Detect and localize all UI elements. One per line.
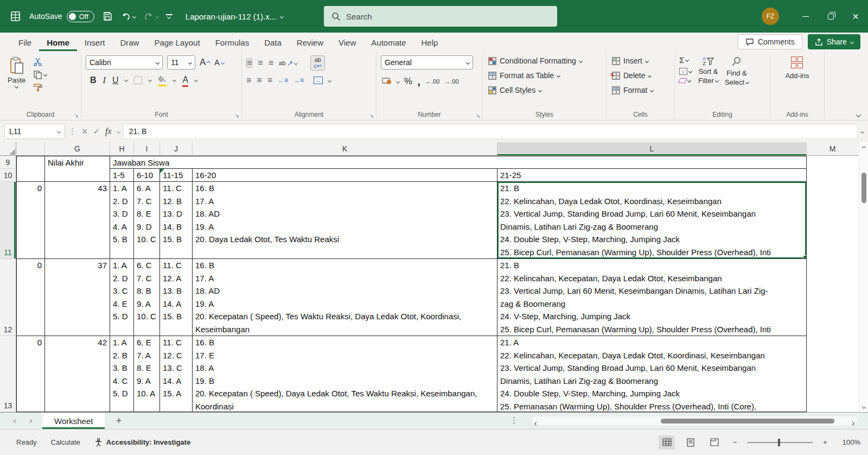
borders-button[interactable]: [134, 76, 142, 84]
zoom-out-button[interactable]: −: [730, 435, 740, 450]
alignment-dialog-launcher[interactable]: ↘: [369, 112, 374, 118]
tab-data[interactable]: Data: [257, 34, 289, 51]
column-header-h[interactable]: H: [110, 142, 134, 156]
find-select-button[interactable]: Find & Select: [722, 55, 752, 109]
new-sheet-button[interactable]: +: [105, 413, 132, 429]
column-header-j[interactable]: J: [160, 142, 193, 156]
fill-button[interactable]: ↓: [679, 68, 692, 75]
restore-button[interactable]: [818, 0, 843, 33]
autosum-button[interactable]: Σ: [679, 55, 692, 65]
cell-g12[interactable]: 37: [45, 259, 110, 336]
addins-button[interactable]: Add-ins: [782, 55, 812, 109]
cell-l10[interactable]: 21-25: [497, 169, 807, 182]
cell-k10[interactable]: 16-20: [193, 169, 497, 182]
cut-button[interactable]: [33, 58, 47, 66]
delete-cells-button[interactable]: × Delete: [611, 70, 654, 81]
customize-quick-access-button[interactable]: [166, 14, 173, 18]
decrease-decimal-button[interactable]: →.00: [444, 78, 458, 85]
zoom-slider-thumb[interactable]: [778, 439, 780, 446]
italic-button[interactable]: I: [103, 75, 106, 85]
row-header-12[interactable]: 12: [0, 259, 16, 336]
cell-l13[interactable]: 21. A 22. Kelincahan, Kecepatan, Daya Le…: [497, 336, 807, 412]
cell-k11[interactable]: 16. B 17. A 18. AD 19. A 20. Daya Ledak …: [193, 182, 497, 259]
format-as-table-button[interactable]: Format as Table: [487, 70, 583, 81]
save-button[interactable]: [102, 11, 113, 22]
cell-h9-merged[interactable]: Jawaban Siswa: [110, 156, 807, 169]
column-header-i[interactable]: I: [134, 142, 160, 156]
row-header-10[interactable]: 10: [0, 169, 16, 182]
excel-app-icon[interactable]: [9, 10, 22, 23]
next-sheet-icon[interactable]: [28, 419, 32, 422]
cell-f9[interactable]: [16, 156, 45, 182]
tab-review[interactable]: Review: [289, 34, 331, 51]
number-format-select[interactable]: General: [381, 55, 473, 69]
fill-color-dropdown-icon[interactable]: [173, 78, 176, 82]
borders-dropdown-icon[interactable]: [148, 78, 152, 82]
insert-cells-button[interactable]: Insert: [611, 55, 654, 66]
cell-f12[interactable]: 0: [16, 259, 45, 336]
underline-dropdown-icon[interactable]: [124, 78, 128, 82]
redo-button[interactable]: [143, 12, 158, 21]
format-painter-button[interactable]: [33, 83, 47, 92]
cell-i13[interactable]: 6. E 7. A 8. E 9. A 10. A: [134, 336, 160, 412]
increase-indent-button[interactable]: →≡: [293, 77, 304, 84]
decrease-font-size-button[interactable]: A: [214, 58, 224, 67]
bold-button[interactable]: B: [90, 75, 97, 85]
cell-g11[interactable]: 43: [45, 182, 110, 259]
underline-button[interactable]: U: [112, 75, 119, 85]
user-avatar[interactable]: FZ: [762, 8, 779, 25]
increase-decimal-button[interactable]: ←.00: [425, 78, 439, 85]
vertical-scrollbar[interactable]: [859, 142, 868, 412]
tab-bar-grip[interactable]: ⋮: [510, 415, 519, 425]
tab-automate[interactable]: Automate: [363, 34, 413, 51]
center-button[interactable]: ≡: [257, 76, 261, 85]
row-header-11[interactable]: 11: [0, 182, 16, 259]
paste-button[interactable]: Paste: [4, 55, 29, 109]
percent-style-button[interactable]: %: [404, 76, 412, 87]
tab-insert[interactable]: Insert: [77, 34, 113, 51]
clipboard-dialog-launcher[interactable]: ↘: [74, 112, 79, 118]
page-layout-view-button[interactable]: [682, 435, 699, 450]
close-button[interactable]: ×: [843, 0, 868, 33]
zoom-slider[interactable]: [748, 442, 813, 443]
tab-home[interactable]: Home: [39, 34, 77, 51]
column-header-m[interactable]: M: [807, 142, 858, 156]
cell-h12[interactable]: 1. A 2. D 3. C 4. E 5. D: [110, 259, 134, 336]
minimize-button[interactable]: [793, 0, 818, 33]
column-header-g[interactable]: G: [45, 142, 110, 156]
previous-sheet-icon[interactable]: [14, 419, 17, 422]
status-calculate[interactable]: Calculate: [51, 438, 80, 446]
cancel-icon[interactable]: ×: [82, 126, 88, 137]
formula-bar-grip[interactable]: ⋮: [68, 127, 76, 136]
horizontal-scrollbar[interactable]: [532, 416, 857, 425]
scroll-up-icon[interactable]: [859, 143, 868, 152]
clear-button[interactable]: [679, 78, 692, 83]
accessibility-status[interactable]: Accessibility: Investigate: [94, 438, 190, 447]
font-color-dropdown-icon[interactable]: [194, 78, 198, 82]
cell-g13[interactable]: 42: [45, 336, 110, 412]
merge-center-dropdown-icon[interactable]: [328, 78, 331, 82]
cell-i11[interactable]: 6. A 7. C 8. E 9. D 10. C: [134, 182, 160, 259]
row-header-9[interactable]: 9: [0, 156, 16, 169]
expand-formula-bar-icon[interactable]: [860, 129, 864, 133]
zoom-level[interactable]: 100%: [838, 438, 860, 446]
undo-button[interactable]: [120, 12, 136, 21]
cell-i10[interactable]: 6-10: [134, 169, 160, 182]
cell-h11[interactable]: 1. A 2. D 3. D 4. A 5. B: [110, 182, 134, 259]
align-left-button[interactable]: ≡: [246, 76, 251, 85]
cell-j10[interactable]: 11-15: [160, 169, 193, 182]
increase-font-size-button[interactable]: A: [200, 57, 210, 68]
autosave-control[interactable]: AutoSave Off: [29, 11, 94, 22]
tab-formulas[interactable]: Formulas: [208, 34, 257, 51]
scroll-down-icon[interactable]: [859, 402, 868, 411]
column-header-k[interactable]: K: [193, 142, 497, 156]
fx-dropdown-icon[interactable]: [117, 129, 120, 133]
insert-function-icon[interactable]: fx: [105, 127, 112, 136]
formula-input[interactable]: 21. B: [123, 124, 858, 139]
tab-help[interactable]: Help: [414, 34, 446, 51]
font-color-button[interactable]: A: [182, 75, 188, 85]
font-dialog-launcher[interactable]: ↘: [235, 112, 239, 118]
cell-j13[interactable]: 11. C 12. C 13. C 14. A 15. A: [160, 336, 193, 412]
cell-h10[interactable]: 1-5: [110, 169, 134, 182]
accounting-dropdown-icon[interactable]: [396, 79, 400, 83]
